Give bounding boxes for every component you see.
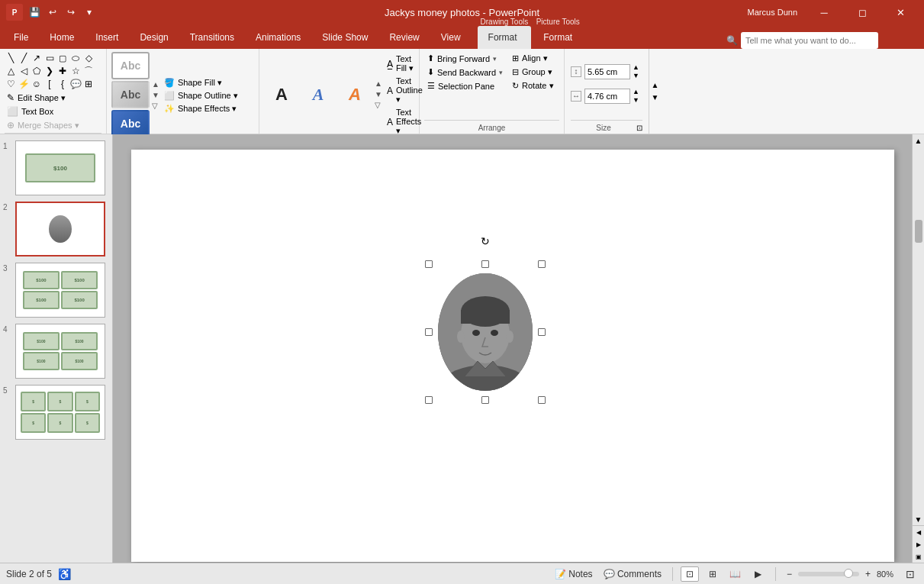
- redo-icon[interactable]: ↪: [64, 5, 78, 19]
- shape-brace[interactable]: {: [56, 78, 69, 90]
- slide-img-5[interactable]: $ $ $ $ $ $: [15, 385, 105, 440]
- comments-button[interactable]: 💬 Comments: [600, 568, 665, 580]
- shape-tri[interactable]: △: [5, 65, 17, 77]
- handle-br[interactable]: [538, 396, 546, 404]
- text-effects-button[interactable]: A Text Effects ▾: [385, 107, 425, 137]
- slide-thumb-3[interactable]: 3 $100 $100 $100 $100: [3, 263, 109, 318]
- merge-shapes-button[interactable]: ⊕ Merge Shapes ▾: [5, 119, 101, 131]
- slide-img-4[interactable]: $100 $100 $100 $100: [15, 324, 105, 379]
- shape-callout[interactable]: 💬: [69, 78, 82, 90]
- selection-pane-button[interactable]: ☰ Selection Pane: [424, 79, 506, 92]
- wordart-more[interactable]: ▽: [374, 100, 383, 110]
- shape-penta[interactable]: ⬠: [31, 65, 43, 77]
- handle-tl[interactable]: [425, 260, 433, 268]
- tab-slideshow[interactable]: Slide Show: [311, 26, 378, 49]
- shape-styles-down[interactable]: ▼: [151, 90, 160, 100]
- zoom-slider-thumb[interactable]: [844, 569, 853, 578]
- fit-slide-button[interactable]: ⊡: [903, 567, 918, 581]
- slide-thumb-4[interactable]: 4 $100 $100 $100 $100: [3, 324, 109, 379]
- tab-home[interactable]: Home: [39, 26, 85, 49]
- slide-thumb-1[interactable]: 1 $100: [3, 140, 109, 195]
- tab-insert[interactable]: Insert: [85, 26, 129, 49]
- shape-styles-up[interactable]: ▲: [151, 79, 160, 89]
- shape-fill-button[interactable]: 🪣 Shape Fill ▾: [162, 77, 240, 89]
- tab-format-drawing[interactable]: Format: [478, 26, 532, 49]
- notes-button[interactable]: 📝 Notes: [552, 568, 596, 580]
- shape-outline-button[interactable]: ⬜ Shape Outline ▾: [162, 90, 240, 102]
- shape-line2[interactable]: ╱: [18, 52, 30, 64]
- wordart-preset-3[interactable]: A: [337, 81, 372, 108]
- scroll-extra-1[interactable]: ◀: [913, 526, 925, 538]
- shape-preset-2[interactable]: Abc: [111, 81, 150, 108]
- rotate-button[interactable]: ↻ Rotate ▾: [509, 79, 559, 92]
- handle-bl[interactable]: [425, 396, 433, 404]
- shape-round-rect[interactable]: ▢: [56, 52, 69, 64]
- scroll-extra-3[interactable]: ▣: [913, 550, 925, 563]
- slide-img-2[interactable]: [15, 202, 105, 257]
- ribbon-scroll-down[interactable]: ▼: [649, 92, 662, 104]
- tab-review[interactable]: Review: [378, 26, 430, 49]
- shape-effects-button[interactable]: ✨ Shape Effects ▾: [162, 103, 240, 115]
- bring-forward-button[interactable]: ⬆ Bring Forward ▾: [424, 52, 506, 65]
- handle-mr[interactable]: [538, 328, 546, 336]
- handle-tr[interactable]: [538, 260, 546, 268]
- shape-preset-1[interactable]: Abc: [111, 52, 150, 79]
- slide-img-3[interactable]: $100 $100 $100 $100: [15, 263, 105, 318]
- group-button[interactable]: ⊟ Group ▾: [509, 66, 559, 79]
- edit-shape-button[interactable]: ✎ Edit Shape ▾: [5, 92, 101, 104]
- wordart-down[interactable]: ▼: [374, 89, 383, 99]
- shape-styles-more[interactable]: ▽: [151, 101, 160, 111]
- slide-img-1[interactable]: $100: [15, 140, 105, 195]
- scroll-thumb[interactable]: [915, 220, 922, 243]
- shape-diamond[interactable]: ◇: [82, 52, 95, 64]
- close-button[interactable]: ✕: [883, 0, 918, 24]
- width-down[interactable]: ▼: [632, 96, 640, 105]
- text-fill-button[interactable]: A̲ Text Fill ▾: [385, 53, 425, 74]
- wordart-preset-1[interactable]: A: [264, 81, 299, 108]
- scroll-up-btn[interactable]: ▲: [913, 134, 925, 147]
- shape-rect[interactable]: ▭: [43, 52, 56, 64]
- scroll-extra-2[interactable]: ▶: [913, 538, 925, 550]
- slideshow-button[interactable]: ▶: [749, 566, 768, 582]
- text-outline-button[interactable]: A Text Outline ▾: [385, 76, 425, 105]
- tab-animations[interactable]: Animations: [245, 26, 311, 49]
- shape-rtri[interactable]: ◁: [18, 65, 30, 77]
- width-up[interactable]: ▲: [632, 88, 640, 96]
- shape-heart[interactable]: ♡: [5, 78, 17, 90]
- width-input[interactable]: [584, 89, 630, 104]
- reading-view-button[interactable]: 📖: [726, 566, 745, 582]
- photo-container[interactable]: ↻: [429, 264, 542, 400]
- normal-view-button[interactable]: ⊡: [681, 566, 699, 582]
- rotate-handle[interactable]: ↻: [479, 235, 491, 247]
- zoom-in-button[interactable]: +: [862, 568, 874, 580]
- shape-smile[interactable]: ☺: [31, 78, 43, 90]
- shape-star[interactable]: ☆: [69, 65, 82, 77]
- height-up[interactable]: ▲: [632, 63, 640, 72]
- shape-bracket[interactable]: [: [43, 78, 56, 90]
- tab-design[interactable]: Design: [129, 26, 179, 49]
- shape-chevron[interactable]: ❯: [43, 65, 56, 77]
- handle-ml[interactable]: [425, 328, 433, 336]
- save-icon[interactable]: 💾: [27, 5, 41, 19]
- send-backward-button[interactable]: ⬇ Send Backward ▾: [424, 66, 506, 79]
- height-down[interactable]: ▼: [632, 72, 640, 80]
- tab-file[interactable]: File: [3, 26, 39, 49]
- search-input[interactable]: [741, 32, 878, 49]
- slide-thumb-5[interactable]: 5 $ $ $ $ $ $: [3, 385, 109, 440]
- shape-oval[interactable]: ⬭: [69, 52, 82, 64]
- text-box-button[interactable]: ⬜ Text Box: [5, 105, 101, 118]
- tab-view[interactable]: View: [430, 26, 472, 49]
- shape-cloud[interactable]: ⌒: [82, 65, 95, 77]
- shape-arrow[interactable]: ↗: [31, 52, 43, 64]
- tab-transitions[interactable]: Transitions: [179, 26, 245, 49]
- slide-sorter-button[interactable]: ⊞: [703, 566, 722, 582]
- shape-preset-3[interactable]: Abc: [111, 110, 150, 137]
- restore-button[interactable]: ◻: [845, 0, 880, 24]
- shape-lightning[interactable]: ⚡: [18, 78, 30, 90]
- accessibility-icon[interactable]: ♿: [58, 568, 71, 580]
- zoom-slider[interactable]: [798, 572, 859, 576]
- ribbon-scroll-up[interactable]: ▲: [649, 79, 662, 92]
- tab-format-picture[interactable]: Format: [533, 26, 583, 49]
- minimize-button[interactable]: ─: [806, 0, 842, 24]
- handle-bc[interactable]: [481, 396, 489, 404]
